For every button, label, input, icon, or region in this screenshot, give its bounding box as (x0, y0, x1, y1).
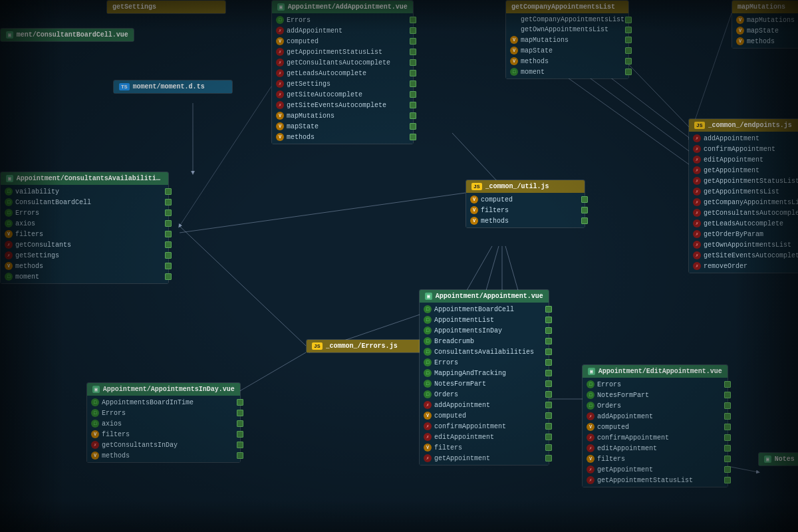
output-port[interactable] (545, 391, 552, 398)
output-port[interactable] (545, 306, 552, 313)
output-port[interactable] (581, 207, 588, 213)
graph-node-commonErrors[interactable]: JS_common_/Errors.js (306, 339, 426, 353)
output-port[interactable] (724, 392, 731, 398)
output-port[interactable] (237, 410, 243, 416)
output-port[interactable] (410, 91, 416, 98)
graph-node-editAppointmentVue[interactable]: ▣Appointment/EditAppointment.vue□Errors□… (582, 364, 728, 487)
graph-node-topRight1[interactable]: getCompanyAppointmentsListgetCompanyAppo… (505, 0, 629, 79)
node-row: ✗editAppointment (689, 154, 798, 165)
output-port[interactable] (581, 196, 588, 203)
node-row: ✗getSiteEventsAutocomplete (689, 250, 798, 261)
output-port[interactable] (625, 68, 632, 75)
graph-node-appointmentsInDay[interactable]: ▣Appointment/AppointmentsInDay.vue□Appoi… (86, 382, 241, 463)
output-port[interactable] (410, 70, 416, 76)
output-port[interactable] (724, 402, 731, 409)
output-port[interactable] (545, 455, 552, 462)
output-port[interactable] (724, 477, 731, 483)
node-title: getSettings (112, 3, 156, 11)
output-port[interactable] (410, 102, 416, 108)
output-port[interactable] (410, 134, 416, 140)
output-port[interactable] (545, 444, 552, 451)
node-header: mapMutations (732, 1, 798, 13)
output-port[interactable] (724, 456, 731, 462)
output-port[interactable] (410, 80, 416, 87)
graph-node-commonUtil[interactable]: JS_common_/util.jsVcomputedVfiltersVmeth… (466, 180, 585, 228)
output-port[interactable] (545, 380, 552, 387)
node-header: getSettings (107, 1, 225, 13)
node-row: □Errors (1, 207, 168, 218)
graph-node-topFarRight[interactable]: mapMutationsVmapMutationsVmapStateVmetho… (732, 0, 798, 49)
output-port[interactable] (724, 424, 731, 430)
output-port[interactable] (410, 59, 416, 66)
output-port[interactable] (545, 317, 552, 323)
output-port[interactable] (545, 370, 552, 376)
output-port[interactable] (165, 188, 172, 195)
node-title: Appointment/AppointmentsInDay.vue (103, 386, 235, 393)
output-port[interactable] (625, 37, 632, 43)
node-row: ✗getOrderByParam (689, 229, 798, 239)
output-port[interactable] (165, 241, 172, 248)
output-port[interactable] (237, 431, 243, 438)
output-port[interactable] (545, 338, 552, 344)
row-label: Errors (597, 381, 621, 388)
output-port[interactable] (625, 58, 632, 65)
output-port[interactable] (545, 359, 552, 366)
output-port[interactable] (410, 123, 416, 130)
node-header: ▣Appointment/ConsultantsAvailabilities.v… (1, 172, 168, 185)
output-port[interactable] (165, 273, 172, 280)
row-type-icon: ✗ (424, 401, 432, 409)
node-row: ✗getAppointmentStatusList (689, 176, 798, 186)
row-type-icon: V (736, 27, 744, 35)
output-port[interactable] (724, 381, 731, 388)
graph-node-getSettings[interactable]: getSettings (106, 0, 226, 14)
output-port[interactable] (237, 399, 243, 406)
output-port[interactable] (545, 327, 552, 334)
node-row: □AppointmentsBoard​InTime (87, 397, 240, 408)
output-port[interactable] (545, 412, 552, 419)
output-port[interactable] (724, 413, 731, 420)
output-port[interactable] (165, 199, 172, 205)
node-row: □Errors (87, 408, 240, 418)
graph-node-consultantBoardCell[interactable]: ▣ment/ConsultantBoardCell.vue (0, 28, 134, 42)
output-port[interactable] (237, 452, 243, 459)
output-port[interactable] (724, 434, 731, 441)
output-port[interactable] (410, 38, 416, 45)
output-port[interactable] (165, 252, 172, 259)
output-port[interactable] (724, 466, 731, 473)
output-port[interactable] (545, 434, 552, 440)
node-body: VmapMutationsVmapStateVmethods (732, 13, 798, 48)
row-type-icon: □ (5, 188, 13, 196)
output-port[interactable] (625, 17, 632, 23)
graph-node-notesNotes[interactable]: ▣Notes /NotesF... (758, 452, 798, 466)
graph-node-appointmentVue[interactable]: ▣Appointment/Appointment.vue□Appointment… (419, 289, 549, 466)
row-label: mapState (521, 47, 553, 55)
output-port[interactable] (625, 47, 632, 54)
output-port[interactable] (165, 209, 172, 216)
graph-node-addAppointmentVue[interactable]: ▣Appointment/AddAppointment.vue□Errors✗a… (271, 0, 414, 144)
node-title: _common_/endpoints.js (708, 122, 792, 129)
row-type-icon: ✗ (276, 90, 284, 98)
output-port[interactable] (165, 220, 172, 227)
row-label: confirmAppointment (434, 423, 506, 430)
node-header: ▣ment/ConsultantBoardCell.vue (1, 29, 134, 41)
output-port[interactable] (724, 445, 731, 452)
output-port[interactable] (410, 49, 416, 55)
graph-node-momentTs[interactable]: TSmoment/moment.d.ts (113, 80, 233, 94)
output-port[interactable] (410, 17, 416, 23)
output-port[interactable] (410, 112, 416, 119)
output-port[interactable] (237, 442, 243, 448)
graph-node-commonEndpoints[interactable]: JS_common_/endpoints.js✗addAppointment✗c… (688, 118, 798, 273)
node-row: ✗addAppointment (583, 411, 728, 422)
output-port[interactable] (410, 27, 416, 34)
row-label: Errors (434, 359, 458, 366)
output-port[interactable] (165, 263, 172, 269)
output-port[interactable] (625, 27, 632, 33)
graph-node-consultantsAvailabilities[interactable]: ▣Appointment/ConsultantsAvailabilities.v… (0, 172, 169, 284)
row-type-icon: ✗ (587, 476, 595, 484)
output-port[interactable] (545, 423, 552, 430)
output-port[interactable] (165, 231, 172, 237)
output-port[interactable] (237, 420, 243, 427)
output-port[interactable] (545, 348, 552, 355)
output-port[interactable] (581, 217, 588, 224)
output-port[interactable] (545, 402, 552, 408)
